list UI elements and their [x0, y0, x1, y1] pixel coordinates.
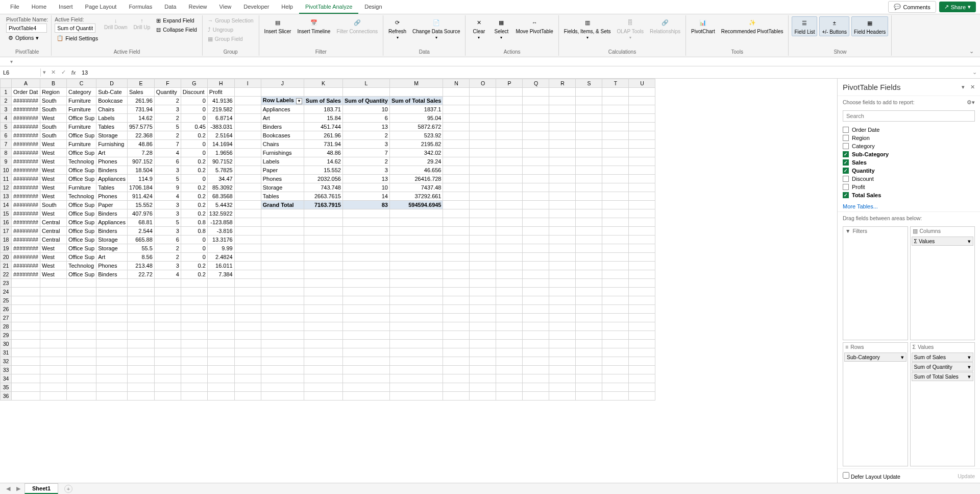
cell[interactable]	[602, 131, 629, 140]
row-header[interactable]: 13	[1, 192, 12, 201]
cell[interactable]	[304, 236, 342, 244]
cell[interactable]: 13	[342, 175, 389, 183]
cell[interactable]	[181, 348, 207, 357]
cell[interactable]: 743.748	[304, 183, 342, 192]
col-header[interactable]: R	[549, 79, 576, 88]
cell[interactable]	[443, 279, 470, 288]
cell[interactable]	[470, 305, 496, 314]
cell[interactable]	[496, 157, 523, 166]
clear-button[interactable]: ✕Clear▾	[469, 16, 489, 41]
field-item-discount[interactable]: Discount	[843, 175, 975, 183]
cell[interactable]	[470, 340, 496, 348]
cell[interactable]: 7.28	[127, 149, 154, 157]
cell[interactable]	[12, 392, 40, 401]
cell[interactable]: 2	[342, 131, 389, 140]
cell[interactable]	[496, 331, 523, 340]
cell[interactable]: 90.7152	[207, 157, 234, 166]
cell[interactable]	[234, 288, 261, 296]
row-header[interactable]: 6	[1, 131, 12, 140]
row-header[interactable]: 14	[1, 201, 12, 209]
row-header[interactable]: 33	[1, 366, 12, 374]
field-item-quantity[interactable]: ✓Quantity	[843, 167, 975, 175]
row-header[interactable]: 26	[1, 305, 12, 314]
cell[interactable]	[261, 218, 304, 227]
cell[interactable]	[443, 348, 470, 357]
cell[interactable]	[261, 348, 304, 357]
cell[interactable]	[261, 88, 304, 97]
cell[interactable]	[389, 270, 443, 279]
cell[interactable]	[443, 192, 470, 201]
share-button[interactable]: ↗ Share ▾	[939, 2, 976, 12]
cell[interactable]: 6	[342, 114, 389, 123]
cell[interactable]	[234, 236, 261, 244]
cell[interactable]: 37292.661	[389, 192, 443, 201]
next-sheet-button[interactable]: ▶	[14, 485, 22, 492]
cell[interactable]	[127, 340, 154, 348]
cell[interactable]	[470, 218, 496, 227]
cell[interactable]: Office Sup	[66, 131, 96, 140]
cell[interactable]: ########	[12, 149, 40, 157]
comments-button[interactable]: 💬 Comments	[888, 1, 936, 13]
cell[interactable]: Storage	[96, 236, 128, 244]
cell[interactable]	[523, 253, 549, 262]
cell[interactable]	[523, 296, 549, 305]
cell[interactable]	[234, 175, 261, 183]
cell[interactable]	[496, 296, 523, 305]
cell[interactable]	[181, 383, 207, 392]
move-pivottable-button[interactable]: ↔Move PivotTable	[513, 16, 555, 35]
cell[interactable]: 3	[154, 201, 181, 209]
cell[interactable]	[181, 331, 207, 340]
cell[interactable]	[549, 392, 576, 401]
cell[interactable]	[602, 270, 629, 279]
cell[interactable]	[207, 288, 234, 296]
cell[interactable]	[443, 392, 470, 401]
cell[interactable]: ########	[12, 123, 40, 131]
cell[interactable]	[342, 348, 389, 357]
cell[interactable]	[549, 140, 576, 149]
rows-pill[interactable]: Sub-Category▾	[844, 352, 906, 362]
cell[interactable]: 55.5	[127, 244, 154, 253]
cell[interactable]: 14	[342, 192, 389, 201]
cell[interactable]	[443, 340, 470, 348]
cell[interactable]: 3	[154, 209, 181, 218]
cell[interactable]	[496, 123, 523, 131]
cell[interactable]	[496, 192, 523, 201]
cell[interactable]: Office Sup	[66, 218, 96, 227]
cell[interactable]	[496, 383, 523, 392]
row-header[interactable]: 23	[1, 279, 12, 288]
cell[interactable]	[629, 131, 655, 140]
cell[interactable]	[154, 357, 181, 366]
field-item-category[interactable]: Category	[843, 142, 975, 150]
col-header[interactable]: U	[629, 79, 655, 88]
cell[interactable]: 2.4824	[207, 253, 234, 262]
cell[interactable]	[470, 262, 496, 270]
defer-layout-checkbox[interactable]: Defer Layout Update	[843, 472, 900, 480]
cell[interactable]	[127, 348, 154, 357]
cell[interactable]	[261, 279, 304, 288]
cell[interactable]: 114.9	[127, 175, 154, 183]
cell[interactable]: 4	[154, 270, 181, 279]
cell[interactable]	[342, 340, 389, 348]
cell[interactable]	[470, 123, 496, 131]
cell[interactable]: 8.56	[127, 253, 154, 262]
cell[interactable]	[12, 296, 40, 305]
cell[interactable]: Storage	[96, 244, 128, 253]
cell[interactable]	[443, 331, 470, 340]
cell[interactable]	[127, 314, 154, 322]
cell[interactable]: 7	[154, 140, 181, 149]
cell[interactable]	[602, 383, 629, 392]
cell[interactable]	[549, 314, 576, 322]
accept-icon[interactable]: ✓	[58, 69, 68, 76]
cell[interactable]	[523, 183, 549, 192]
cell[interactable]	[523, 236, 549, 244]
cell[interactable]: 3	[154, 227, 181, 236]
field-item-total-sales[interactable]: ✓Total Sales	[843, 191, 975, 199]
field-item-sub-category[interactable]: ✓Sub-Category	[843, 150, 975, 158]
row-header[interactable]: 36	[1, 392, 12, 401]
cell[interactable]	[261, 227, 304, 236]
cell[interactable]: 34.47	[207, 175, 234, 183]
cell[interactable]: 16.011	[207, 262, 234, 270]
cell[interactable]	[261, 296, 304, 305]
cell[interactable]: Office Sup	[66, 149, 96, 157]
cell[interactable]: 0	[181, 253, 207, 262]
